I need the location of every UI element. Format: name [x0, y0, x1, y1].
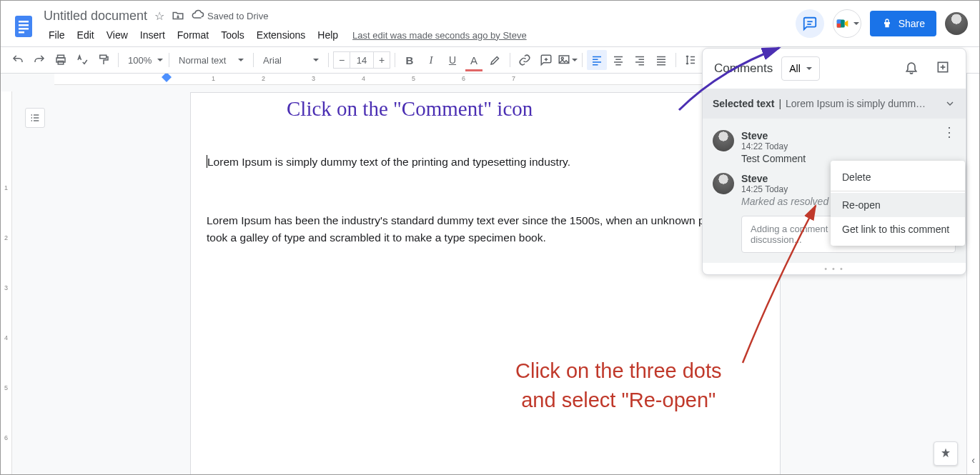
redo-icon[interactable] — [29, 50, 49, 70]
svg-point-17 — [561, 57, 563, 59]
zoom-dropdown[interactable]: 100% — [123, 51, 164, 69]
menu-tools[interactable]: Tools — [216, 27, 249, 43]
menu-format[interactable]: Format — [172, 27, 214, 43]
panel-drag-handle[interactable]: • • • — [703, 263, 966, 274]
share-label: Share — [899, 18, 925, 29]
account-avatar[interactable] — [945, 12, 968, 35]
saved-label: Saved to Drive — [207, 11, 268, 21]
insert-link-icon[interactable] — [515, 50, 535, 70]
commenter-avatar — [713, 130, 734, 151]
comment-time: 14:22 Today — [741, 141, 956, 151]
zoom-value: 100% — [128, 55, 152, 66]
align-right-icon[interactable] — [630, 50, 650, 70]
text-color-icon[interactable]: A — [464, 50, 484, 70]
svg-rect-1 — [19, 21, 29, 23]
selected-label: Selected text — [713, 98, 774, 109]
star-icon[interactable]: ☆ — [154, 9, 164, 23]
line-spacing-icon[interactable] — [680, 50, 701, 70]
comments-panel-title: Comments — [714, 61, 773, 76]
paragraph-style-dropdown[interactable]: Normal text — [174, 51, 249, 69]
document-outline-icon[interactable] — [25, 108, 45, 128]
menu-bar: File Edit View Insert Format Tools Exten… — [44, 24, 796, 44]
add-comment-icon[interactable] — [536, 50, 556, 70]
menu-file[interactable]: File — [44, 27, 70, 43]
spellcheck-icon[interactable] — [72, 50, 92, 70]
highlight-icon[interactable] — [485, 50, 505, 70]
font-value: Arial — [263, 55, 282, 66]
svg-marker-43 — [162, 74, 172, 82]
bold-icon[interactable]: B — [400, 50, 420, 70]
align-left-icon[interactable] — [587, 50, 607, 70]
comment-context-menu: Delete Re-open Get link to this comment — [831, 161, 965, 246]
side-panel-collapsed: ‹ — [966, 74, 979, 474]
paragraph-1[interactable]: Lorem Ipsum is simply dummy text of the … — [207, 154, 730, 171]
docs-logo-icon[interactable] — [9, 12, 38, 41]
paragraph-2[interactable]: Lorem Ipsum has been the industry's stan… — [207, 212, 730, 246]
doc-title[interactable]: Untitled document — [44, 9, 147, 24]
expand-side-panel-icon[interactable]: ‹ — [971, 454, 975, 466]
share-button[interactable]: Share — [870, 11, 936, 36]
underline-icon[interactable]: U — [442, 50, 462, 70]
print-icon[interactable] — [51, 50, 71, 70]
font-size-value[interactable]: 14 — [350, 51, 373, 69]
svg-rect-3 — [19, 28, 29, 30]
ctx-get-link[interactable]: Get link to this comment — [831, 217, 965, 241]
svg-rect-4 — [19, 31, 24, 34]
menu-view[interactable]: View — [102, 27, 133, 43]
explore-button[interactable] — [934, 441, 958, 466]
filter-value: All — [789, 63, 801, 74]
selected-text-bar[interactable]: Selected text | Lorem Ipsum is simply du… — [703, 89, 966, 119]
font-size-decrease[interactable]: − — [333, 51, 350, 69]
document-page[interactable]: Lorem Ipsum is simply dummy text of the … — [190, 92, 781, 474]
svg-rect-8 — [836, 20, 841, 24]
move-icon[interactable] — [172, 9, 184, 22]
selected-preview: Lorem Ipsum is simply dumm… — [786, 98, 940, 109]
comments-filter-dropdown[interactable]: All — [781, 56, 820, 81]
menu-extensions[interactable]: Extensions — [252, 27, 310, 43]
new-comment-icon[interactable] — [931, 56, 954, 81]
svg-rect-9 — [836, 24, 841, 28]
align-center-icon[interactable] — [608, 50, 628, 70]
font-size-control: − 14 + — [333, 51, 390, 69]
menu-edit[interactable]: Edit — [72, 27, 99, 43]
notifications-icon[interactable] — [900, 56, 923, 81]
meet-button[interactable] — [833, 9, 861, 38]
last-edit-link[interactable]: Last edit was made seconds ago by Steve — [352, 30, 527, 41]
paint-format-icon[interactable] — [94, 50, 114, 70]
font-dropdown[interactable]: Arial — [258, 51, 324, 69]
undo-icon[interactable] — [8, 50, 28, 70]
comment-more-icon[interactable]: ⋮ — [943, 129, 956, 136]
insert-image-icon[interactable] — [558, 50, 578, 70]
comment-history-icon[interactable] — [796, 9, 824, 38]
svg-rect-13 — [100, 55, 107, 59]
svg-rect-0 — [15, 16, 32, 37]
font-size-increase[interactable]: + — [373, 51, 390, 69]
style-value: Normal text — [179, 55, 226, 66]
ctx-delete[interactable]: Delete — [831, 165, 965, 189]
chevron-down-icon — [944, 98, 956, 109]
italic-icon[interactable]: I — [421, 50, 441, 70]
title-bar: Untitled document ☆ Saved to Drive File … — [1, 1, 979, 46]
svg-rect-2 — [19, 24, 29, 26]
commenter-name: Steve — [741, 130, 956, 141]
menu-help[interactable]: Help — [312, 27, 343, 43]
menu-insert[interactable]: Insert — [135, 27, 170, 43]
ctx-reopen[interactable]: Re-open — [831, 193, 965, 217]
cloud-saved-status[interactable]: Saved to Drive — [192, 9, 268, 22]
align-justify-icon[interactable] — [651, 50, 671, 70]
commenter-avatar — [713, 173, 734, 194]
